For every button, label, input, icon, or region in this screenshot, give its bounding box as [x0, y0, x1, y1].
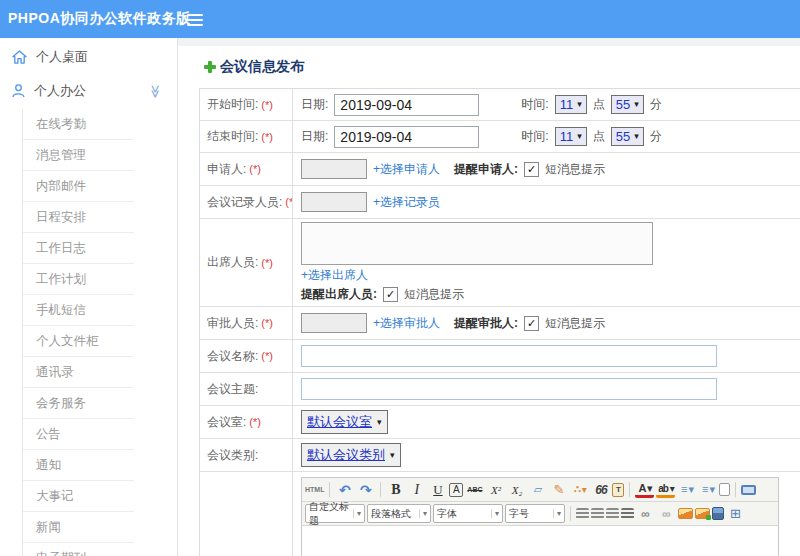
link-icon[interactable]: ∞ — [636, 504, 655, 523]
align-left-icon[interactable] — [576, 508, 589, 519]
font-frame-icon[interactable]: A — [449, 483, 463, 497]
caret-down-icon: ▾ — [377, 418, 382, 427]
start-date-input[interactable] — [334, 94, 479, 116]
sidebar-item[interactable]: 电子期刊 — [23, 543, 134, 556]
form-row-content: HTML↶↷BIUAABCX²X₂▱✎∴ ▾66TA ▾ab ▾≡ ▾≡ ▾ 自… — [200, 472, 800, 556]
paste-icon[interactable]: T — [612, 483, 624, 497]
meeting-subject-input[interactable] — [301, 378, 717, 400]
select-recorder-link[interactable]: +选择记录员 — [373, 194, 440, 211]
highlight-color-icon[interactable]: ab ▾ — [656, 482, 675, 498]
editor-content-area[interactable] — [302, 526, 778, 556]
align-center-icon[interactable] — [591, 508, 604, 519]
media-icon[interactable] — [712, 507, 724, 520]
sidebar-item-desktop[interactable]: 个人桌面 — [0, 40, 177, 74]
meeting-category-select[interactable]: 默认会议类别 ▾ — [301, 443, 401, 467]
html-source-icon[interactable]: HTML — [305, 480, 324, 499]
anchor-icon[interactable]: ∞ — [657, 504, 676, 523]
form-row-approver: 审批人员: (*) +选择审批人 提醒审批人: ✓ 短消息提示 — [200, 307, 800, 340]
paragraph-format-select[interactable]: 段落格式 — [367, 504, 431, 523]
sidebar-item[interactable]: 通讯录 — [23, 357, 134, 388]
sidebar-item[interactable]: 消息管理 — [23, 140, 134, 171]
sidebar-item[interactable]: 大事记 — [23, 481, 134, 512]
sidebar-item[interactable]: 公告 — [23, 419, 134, 450]
sidebar-item[interactable]: 在线考勤 — [23, 109, 134, 140]
image-icon[interactable] — [678, 508, 693, 519]
field-label: 出席人员: — [207, 254, 258, 271]
sidebar-item[interactable]: 日程安排 — [23, 202, 134, 233]
sms-label: 短消息提示 — [404, 286, 464, 303]
form-row-meeting-category: 会议类别: 默认会议类别 ▾ — [200, 439, 800, 472]
field-label: 会议主题: — [207, 381, 258, 398]
eraser-icon[interactable]: ▱ — [528, 480, 547, 499]
required-mark: (*) — [261, 350, 273, 362]
editor-toolbar-row2: 自定义标题段落格式字体字号∞∞⊞ — [302, 502, 778, 526]
sidebar-item-office[interactable]: 个人办公 ≫ — [0, 74, 177, 108]
unordered-list-icon[interactable]: ≡ ▾ — [698, 480, 717, 499]
form-row-end-time: 结束时间: (*) 日期: 时间: 11 ▾ 点 55 ▾ — [200, 121, 800, 153]
superscript-icon[interactable]: X² — [486, 480, 505, 499]
top-bar: PHPOA协同办公软件政务版 — [0, 0, 800, 38]
sms-checkbox[interactable]: ✓ — [383, 287, 398, 302]
image-upload-icon[interactable] — [695, 508, 710, 519]
format-brush-icon[interactable]: ✎ — [549, 480, 568, 499]
bold-icon[interactable]: B — [386, 480, 405, 499]
sidebar-item[interactable]: 手机短信 — [23, 295, 134, 326]
attendees-textarea[interactable] — [301, 222, 653, 265]
caret-down-icon: ▾ — [634, 132, 639, 141]
end-date-input[interactable] — [334, 126, 479, 148]
sidebar-item[interactable]: 通知 — [23, 450, 134, 481]
redo-icon[interactable]: ↷ — [356, 480, 375, 499]
select-applicant-link[interactable]: +选择申请人 — [373, 161, 440, 178]
start-hour-select[interactable]: 11 ▾ — [555, 95, 587, 114]
align-right-icon[interactable] — [606, 508, 619, 519]
italic-icon[interactable]: I — [407, 480, 426, 499]
add-icon — [204, 61, 216, 73]
ordered-list-icon[interactable]: ≡ ▾ — [677, 480, 696, 499]
select-approver-link[interactable]: +选择审批人 — [373, 315, 440, 332]
sidebar-item[interactable]: 工作计划 — [23, 264, 134, 295]
font-family-select[interactable]: 字体 — [433, 504, 503, 523]
menu-icon[interactable] — [187, 14, 203, 26]
applicant-input[interactable] — [301, 159, 367, 179]
approver-input[interactable] — [301, 313, 367, 333]
table-icon[interactable]: ⊞ — [726, 504, 745, 523]
blockquote-icon[interactable]: 66 — [591, 480, 610, 499]
font-size-select[interactable]: 字号 — [505, 504, 565, 523]
underline-icon[interactable]: U — [428, 480, 447, 499]
sidebar-item[interactable]: 工作日志 — [23, 233, 134, 264]
form-row-meeting-subject: 会议主题: — [200, 373, 800, 406]
meeting-form: 开始时间: (*) 日期: 时间: 11 ▾ 点 55 ▾ — [199, 88, 800, 556]
sidebar-item[interactable]: 新闻 — [23, 512, 134, 543]
end-hour-select[interactable]: 11 ▾ — [555, 127, 587, 146]
sms-checkbox[interactable]: ✓ — [524, 316, 539, 331]
recorder-input[interactable] — [301, 192, 367, 212]
sidebar-item[interactable]: 内部邮件 — [23, 171, 134, 202]
meeting-name-input[interactable] — [301, 345, 717, 367]
chevron-double-down-icon: ≫ — [150, 84, 163, 98]
form-row-start-time: 开始时间: (*) 日期: 时间: 11 ▾ 点 55 ▾ — [200, 89, 800, 121]
strikethrough-icon[interactable]: ABC — [465, 480, 484, 499]
subscript-icon[interactable]: X₂ — [507, 480, 526, 499]
style-select[interactable]: 自定义标题 — [305, 504, 365, 523]
new-page-icon[interactable] — [719, 483, 730, 496]
rich-text-editor: HTML↶↷BIUAABCX²X₂▱✎∴ ▾66TA ▾ab ▾≡ ▾≡ ▾ 自… — [301, 477, 779, 556]
align-justify-icon[interactable] — [621, 508, 634, 519]
auto-typeset-icon[interactable]: ∴ ▾ — [570, 480, 589, 499]
meeting-room-select[interactable]: 默认会议室 ▾ — [301, 410, 388, 434]
sidebar-item[interactable]: 个人文件柜 — [23, 326, 134, 357]
required-mark: (*) — [261, 99, 273, 111]
required-mark: (*) — [249, 416, 261, 428]
time-label: 时间: — [521, 96, 548, 113]
toolbar-separator — [570, 506, 571, 521]
minute-unit-label: 分 — [650, 128, 662, 145]
font-color-icon[interactable]: A ▾ — [635, 482, 654, 498]
start-minute-select[interactable]: 55 ▾ — [611, 95, 644, 114]
end-minute-select[interactable]: 55 ▾ — [611, 127, 644, 146]
toolbar-separator — [380, 482, 381, 497]
undo-icon[interactable]: ↶ — [335, 480, 354, 499]
sms-checkbox[interactable]: ✓ — [524, 162, 539, 177]
select-attendees-link[interactable]: +选择出席人 — [301, 267, 368, 284]
fullscreen-icon[interactable] — [741, 485, 756, 495]
sidebar-item[interactable]: 会务服务 — [23, 388, 134, 419]
remind-attendees-label: 提醒出席人员: — [301, 286, 377, 303]
